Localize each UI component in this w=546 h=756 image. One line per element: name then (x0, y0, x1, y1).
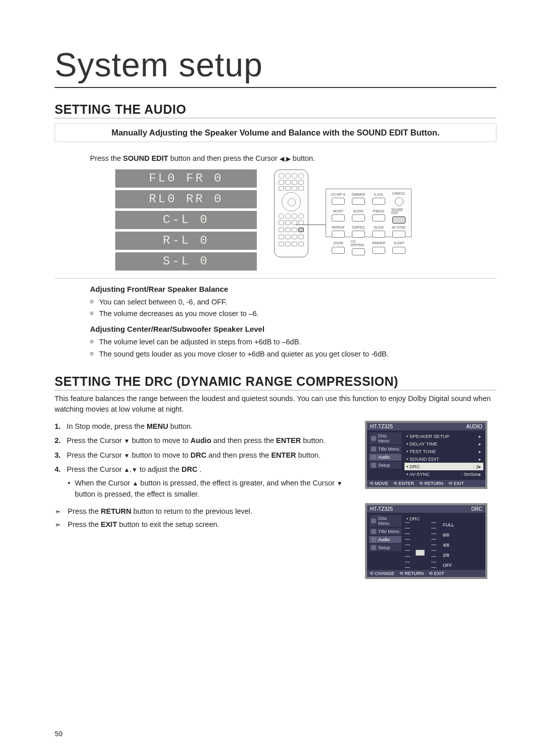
text: In Stop mode, press the (67, 422, 147, 430)
text: and then press the (208, 451, 271, 459)
note-exit: Press the EXIT button to exit the setup … (55, 518, 354, 531)
text: Press the (68, 507, 101, 515)
osd-row: • SPEAKER SETUP (404, 432, 483, 440)
remote-btn-dsp-eq: DSP/EQ (351, 226, 366, 238)
osd-row: • DRC (404, 515, 483, 522)
drc-columns: In Stop mode, press the MENU button. Pre… (55, 421, 496, 593)
list-front-rear: You can select between 0, -6, and OFF. T… (90, 296, 496, 320)
osd-foot: RETURN (419, 481, 443, 486)
osd-side-item: Setup (369, 544, 401, 551)
gear-icon (371, 545, 376, 550)
text: button is pressed, the effect is smaller… (75, 490, 199, 498)
list-item: You can select between 0, -6, and OFF. (90, 296, 496, 308)
subtitle-sound-edit: Manually Adjusting the Speaker Volume an… (55, 123, 496, 142)
osd-foot: EXIT (448, 481, 464, 486)
osd-foot: MOVE (370, 481, 388, 486)
audio-label: Audio (191, 436, 211, 444)
cursor-up-icon: ▲ (132, 480, 139, 487)
enter-label: ENTER (276, 436, 301, 444)
sound-edit-label: SOUND EDIT (123, 154, 168, 162)
return-label: RETURN (101, 507, 131, 515)
text: and then press the (213, 436, 276, 444)
list-item: The sound gets louder as you move closer… (90, 348, 496, 360)
text: Press the Cursor (67, 451, 124, 459)
menu-label: MENU (147, 422, 168, 430)
cursor-down-icon: ▼ (124, 437, 130, 444)
enter-label: ENTER (271, 451, 296, 459)
osd-screenshots: HT-TZ325 AUDIO Disc Menu Title Menu Audi… (365, 421, 496, 593)
cursor-right-icon: ▶ (286, 155, 291, 162)
osd-model: HT-TZ325 (370, 424, 393, 429)
remote-btn-slow: SLOW (371, 226, 386, 238)
text: . (199, 465, 201, 473)
step-sub: When the Cursor ▲ button is pressed, the… (67, 477, 354, 500)
text: button is pressed, the effect is greater… (141, 479, 337, 487)
drc-label: DRC (191, 451, 206, 459)
osd-row: • TEST TONE (404, 448, 483, 455)
osd-side-item: Disc Menu (369, 515, 401, 527)
manual-page: System setup SETTING THE AUDIO Manually … (0, 0, 546, 756)
remote-btn-p-bass: P.BASS (371, 210, 386, 222)
osd-side-item: Title Menu (369, 446, 401, 453)
drc-description: This feature balances the range between … (55, 393, 496, 415)
cursor-left-icon: ◀ (280, 155, 284, 162)
drc-scale-label: 2/8 (443, 553, 454, 558)
remote-btn-mo-st: MO/ST (331, 210, 346, 222)
text: button to move to (132, 451, 191, 459)
remote-button-panel: CD RIP GDIMMERS.VOLCANCELMO/STAUDIOP.BAS… (326, 189, 412, 237)
text: button and then press the Cursor (170, 154, 280, 162)
osd-foot: EXIT (429, 571, 444, 576)
osd-foot: ENTER (393, 481, 414, 486)
exit-label: EXIT (101, 520, 117, 528)
title-icon (371, 447, 376, 452)
text: When the Cursor (75, 479, 132, 487)
cursor-down-icon: ▼ (124, 452, 130, 459)
list-item: The volume level can be adjusted in step… (90, 336, 496, 348)
text: button to exit the setup screen. (119, 520, 219, 528)
text: Press the (68, 520, 101, 528)
display-line: RL0 RR 0 (115, 190, 257, 208)
page-number: 50 (55, 730, 63, 738)
remote-btn-cd-ripping: CD RIPPING (351, 240, 366, 255)
title-icon (371, 529, 376, 534)
footer-notes: Press the RETURN button to return to the… (55, 505, 354, 531)
text: Press the Cursor (67, 465, 124, 473)
remote-btn-audio: AUDIO (351, 210, 366, 222)
divider (55, 278, 496, 279)
subhead-front-rear-balance: Adjusting Front/Rear Speaker Balance (90, 285, 496, 293)
remote-btn-s-vol: S.VOL (371, 193, 386, 205)
drc-slider (417, 522, 425, 568)
text: Press the Cursor (67, 436, 124, 444)
page-title: System setup (55, 46, 496, 88)
drc-scale-label: FULL (443, 522, 454, 527)
display-line: R-L 0 (115, 232, 257, 250)
display-line: FL0 FR 0 (115, 169, 257, 188)
osd-row: • DELAY TIME (404, 440, 483, 448)
drc-label: DRC (181, 465, 197, 473)
remote-btn-cd-rip-g: CD RIP G (331, 193, 346, 205)
osd-row: • DRC: 2 (404, 463, 483, 470)
osd-side-item: Setup (369, 462, 401, 469)
osd-model: HT-TZ325 (370, 506, 393, 512)
text: button to return to the previous level. (133, 507, 252, 515)
disc-icon (371, 518, 376, 523)
display-stack: FL0 FR 0 RL0 RR 0 C-L 0 R-L 0 S-L 0 (115, 169, 257, 273)
text: button to move to (132, 436, 191, 444)
osd-audio-menu: HT-TZ325 AUDIO Disc Menu Title Menu Audi… (365, 421, 487, 489)
note-return: Press the RETURN button to return to the… (55, 505, 354, 518)
display-line: C-L 0 (115, 211, 257, 229)
display-line: S-L 0 (115, 252, 257, 271)
step: Press the Cursor ▼ button to move to Aud… (55, 435, 354, 446)
text: button. (303, 436, 325, 444)
remote-btn-sound-edit: SOUND EDIT (391, 208, 406, 224)
text: button. (170, 422, 193, 430)
step: In Stop mode, press the MENU button. (55, 421, 354, 432)
speaker-icon (371, 455, 376, 460)
text: Press the (90, 154, 123, 162)
osd-row: • SOUND EDIT (404, 455, 483, 463)
text: button. (293, 154, 315, 162)
section-heading-drc: SETTING THE DRC (DYNAMIC RANGE COMPRESSI… (55, 374, 496, 390)
list-level: The volume level can be adjusted in step… (90, 336, 496, 360)
remote-btn-repeat: REPEAT (331, 226, 346, 238)
drc-scale-label: OFF (443, 563, 454, 568)
